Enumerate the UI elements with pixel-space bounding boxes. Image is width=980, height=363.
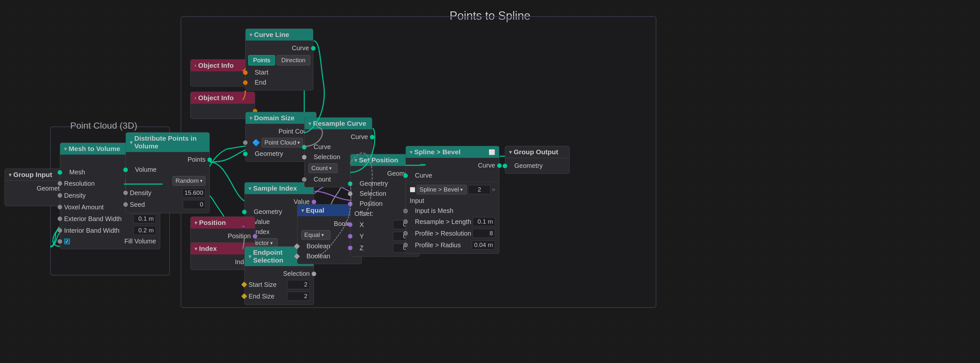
collapse-icon[interactable]: ▾ (194, 220, 197, 226)
interior-band-socket[interactable] (57, 228, 62, 233)
direction-button[interactable]: Direction (277, 55, 310, 66)
dp-density-row: Density 15.600 (126, 187, 209, 199)
sb-profile-radius-field[interactable]: 0.04 m (472, 240, 495, 249)
seed-field[interactable]: 0 (183, 200, 205, 209)
start-size-row: Start Size 2 (245, 279, 313, 290)
sb-mesh-socket[interactable] (403, 209, 408, 213)
sb-sub-num[interactable]: 2 (468, 185, 491, 194)
si-geo-socket[interactable] (242, 210, 247, 214)
sb-profile-res-field[interactable]: 8 (473, 229, 495, 238)
ds-dropdown[interactable]: Point Cloud (261, 138, 303, 147)
seed-socket[interactable] (123, 202, 128, 207)
go-geo-socket[interactable] (503, 164, 507, 168)
exterior-band-field[interactable]: 0.1 m (133, 214, 156, 223)
sb-input-mesh-row: Input is Mesh (406, 206, 499, 216)
collapse-icon[interactable]: ▾ (250, 115, 252, 121)
position-socket[interactable] (253, 234, 257, 238)
dp-density-field[interactable]: 15.600 (182, 188, 205, 197)
si-val-label: Value (254, 218, 270, 225)
collapse-icon[interactable]: ▾ (509, 149, 512, 155)
density-label: Density (64, 192, 86, 199)
collapse-icon[interactable]: ▾ (9, 172, 11, 178)
collapse-icon[interactable]: ▾ (248, 253, 251, 260)
sp-y-socket[interactable] (348, 234, 352, 238)
es-selection-socket[interactable] (312, 272, 316, 276)
collapse-icon[interactable]: ▾ (248, 185, 251, 192)
collapse-icon[interactable]: ▾ (194, 246, 197, 252)
go-geo-label: Geometry (514, 162, 543, 170)
start-row: Start (246, 67, 313, 77)
mesh-socket[interactable] (57, 170, 62, 175)
seed-row: Seed 0 (126, 199, 209, 210)
si-geo-label: Geometry (254, 208, 282, 216)
sp-sel-socket[interactable] (348, 192, 352, 196)
mode-dropdown[interactable]: Random (172, 176, 205, 186)
sp-geo-in-socket[interactable] (348, 181, 352, 186)
density-socket[interactable] (57, 193, 62, 198)
resample-curve-title: Resample Curve (313, 120, 366, 127)
ds-geo-label: Geometry (255, 150, 283, 158)
end-size-row: End Size 2 (245, 290, 313, 302)
rc-count-socket[interactable] (302, 177, 307, 182)
fill-socket[interactable] (57, 239, 62, 244)
points-socket[interactable] (207, 158, 212, 162)
ds-pc-socket[interactable] (243, 140, 248, 145)
collapse-icon[interactable]: ▾ (355, 157, 357, 163)
dp-density-socket[interactable] (123, 190, 128, 195)
spline-bevel-header: ▾ Spline > Bevel ⬜ (406, 146, 499, 158)
end-socket[interactable] (243, 80, 248, 85)
sb-resample-field[interactable]: 0.1 m (473, 217, 495, 226)
points-button[interactable]: Points (248, 55, 275, 66)
collapse-icon[interactable]: ▾ (130, 139, 132, 146)
end-label: End (255, 79, 266, 86)
collapse-icon[interactable]: ▾ (250, 32, 252, 38)
end-size-field[interactable]: 2 (287, 292, 310, 301)
collapse-icon[interactable]: › (194, 95, 196, 101)
si-value-socket[interactable] (312, 200, 316, 204)
collapse-icon[interactable]: › (194, 62, 196, 69)
sb-sub-dropdown[interactable]: Spline > Bevel (417, 185, 467, 195)
fill-volume-checkbox[interactable] (64, 238, 70, 245)
sb-curve-in-socket[interactable] (403, 173, 408, 178)
rc-curve-socket[interactable] (370, 135, 374, 139)
rc-sel-socket[interactable] (302, 155, 307, 160)
sb-resample-socket[interactable] (403, 219, 408, 224)
sb-curve-in-label: Curve (415, 172, 432, 179)
exterior-band-socket[interactable] (57, 216, 62, 221)
sb-curve-socket[interactable] (497, 163, 502, 168)
sb-input-label: Input (410, 197, 424, 205)
sb-profile-res-row: Profile > Resolution 8 (406, 227, 499, 239)
spline-bevel-title: Spline > Bevel (414, 148, 461, 156)
distribute-points-body: Points Volume Random Density 15.600 Seed… (126, 152, 209, 213)
start-size-field[interactable]: 2 (287, 280, 310, 289)
seed-label: Seed (130, 201, 145, 208)
sp-y-label: Y (360, 233, 364, 240)
position-header: ▾ Position (191, 217, 255, 229)
sp-pos-socket[interactable] (348, 201, 352, 206)
mesh-to-volume-title: Mesh to Volume (68, 145, 120, 153)
voxel-socket[interactable] (57, 205, 62, 209)
interior-band-field[interactable]: 0.2 m (133, 226, 156, 235)
vol-in-socket[interactable] (123, 168, 128, 172)
points-label: Points (188, 156, 205, 163)
collapse-icon[interactable]: ▾ (410, 149, 412, 155)
sp-x-socket[interactable] (348, 222, 352, 227)
sb-profile-radius-socket[interactable] (403, 243, 408, 247)
sb-curve-output-row: Curve (406, 160, 499, 171)
start-socket[interactable] (243, 70, 248, 75)
collapse-icon[interactable]: ▾ (309, 121, 311, 127)
distribute-points-node: ▾ Distribute Points in Volume Points Vol… (126, 132, 210, 213)
rc-count-dropdown[interactable]: Count (309, 163, 337, 173)
collapse-icon[interactable]: ▾ (301, 208, 304, 214)
sb-profile-res-socket[interactable] (403, 231, 408, 236)
curve-socket[interactable] (311, 46, 315, 51)
equal-dropdown[interactable]: Equal (301, 230, 331, 240)
ds-geo-socket[interactable] (243, 152, 248, 156)
index-title: Index (199, 245, 217, 253)
collapse-icon[interactable]: ▾ (64, 146, 67, 152)
resolution-socket[interactable] (57, 181, 62, 186)
sp-z-socket[interactable] (348, 246, 352, 250)
rc-curve-in-socket[interactable] (302, 145, 307, 149)
resolution-label: Resolution (64, 180, 95, 187)
mesh-label: Mesh (69, 168, 85, 176)
